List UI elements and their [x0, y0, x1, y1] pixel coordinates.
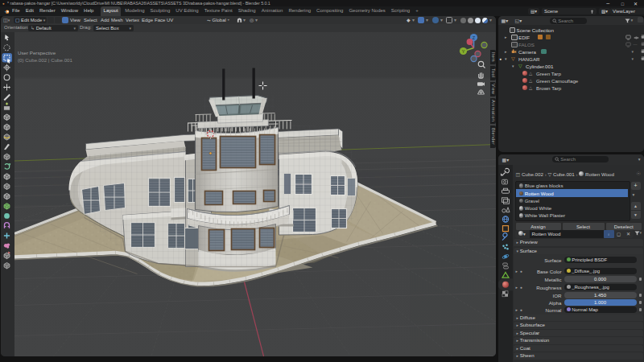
svg-text:Y: Y: [461, 49, 464, 54]
